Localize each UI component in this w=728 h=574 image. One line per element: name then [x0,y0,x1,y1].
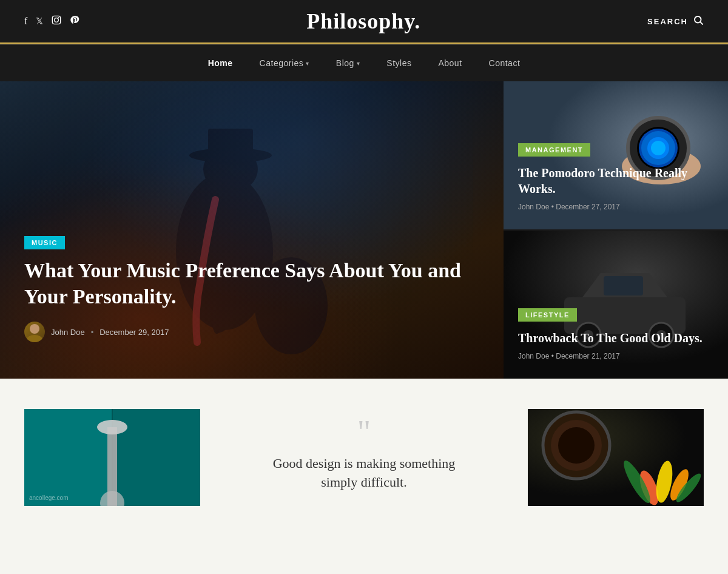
svg-point-14 [27,335,42,342]
avatar [24,322,45,342]
chevron-down-icon: ▾ [357,60,360,67]
top-bar: f 𝕏 Philosophy. SEARCH [0,0,728,44]
nav-blog[interactable]: Blog ▾ [323,55,374,72]
svg-point-2 [58,17,59,18]
quote-marks-icon: " [224,415,504,448]
twitter-icon[interactable]: 𝕏 [36,16,43,27]
chevron-down-icon: ▾ [306,60,309,67]
pinterest-icon[interactable] [70,15,79,27]
svg-rect-27 [604,276,643,295]
right-bottom-title: Throwback To The Good Old Days. [518,330,713,346]
hero-date: December 29, 2017 [99,328,169,337]
bottom-quote: " Good design is making something simply… [200,409,528,506]
nav-home[interactable]: Home [195,55,246,72]
hero-main-content: MUSIC What Your Music Preference Says Ab… [24,236,479,342]
right-bottom-date: December 21, 2017 [556,352,619,360]
svg-line-4 [700,22,703,24]
coffee-image [528,409,704,506]
search-area[interactable]: SEARCH [647,15,704,29]
search-label: SEARCH [647,17,688,26]
svg-point-42 [558,427,595,464]
site-title: Philosophy. [306,8,420,34]
search-icon[interactable] [693,15,704,29]
bottom-section: ancollege.com " Good design is making so… [0,379,728,506]
hero-main-title: What Your Music Preference Says About Yo… [24,258,479,309]
svg-point-3 [695,16,701,23]
hero-main-meta: John Doe • December 29, 2017 [24,322,479,342]
right-top-date: December 27, 2017 [556,203,619,211]
quote-text: Good design is making something simply d… [224,454,504,492]
nav-styles[interactable]: Styles [373,55,425,72]
facebook-icon[interactable]: f [24,16,27,27]
svg-rect-33 [24,409,112,506]
right-top-author: John Doe [518,203,549,211]
separator: • [91,328,94,337]
right-bottom-author: John Doe [518,352,549,360]
svg-point-13 [30,324,39,334]
bottom-right-image[interactable] [528,409,704,506]
instagram-icon[interactable] [52,15,61,27]
teal-image: ancollege.com [24,409,200,506]
nav-categories[interactable]: Categories ▾ [246,55,323,72]
bottom-left-image[interactable]: ancollege.com [24,409,200,506]
hero-main-article[interactable]: MUSIC What Your Music Preference Says Ab… [0,81,504,379]
watermark: ancollege.com [29,495,68,501]
right-top-content: MANAGEMENT The Pomodoro Technique Really… [518,143,713,211]
right-bottom-category: LIFESTYLE [518,308,577,322]
nav-about[interactable]: About [425,55,475,72]
svg-point-1 [55,18,59,22]
nav-contact[interactable]: Contact [476,55,534,72]
hero-category-badge: MUSIC [24,236,65,249]
svg-point-36 [97,420,127,434]
hero-right-bottom-article[interactable]: LIFESTYLE Throwback To The Good Old Days… [504,231,728,379]
right-top-meta: John Doe • December 27, 2017 [518,203,713,211]
hero-right-panel: MANAGEMENT The Pomodoro Technique Really… [504,81,728,379]
right-top-title: The Pomodoro Technique Really Works. [518,165,713,197]
hero-section: MUSIC What Your Music Preference Says Ab… [0,81,728,379]
right-bottom-content: LIFESTYLE Throwback To The Good Old Days… [518,308,713,360]
right-bottom-meta: John Doe • December 21, 2017 [518,352,713,360]
svg-rect-0 [53,16,61,24]
social-icons: f 𝕏 [24,15,79,27]
hero-right-top-article[interactable]: MANAGEMENT The Pomodoro Technique Really… [504,81,728,231]
hero-author: John Doe [51,328,85,337]
right-top-category: MANAGEMENT [518,143,590,157]
nav-bar: Home Categories ▾ Blog ▾ Styles About Co… [0,44,728,81]
